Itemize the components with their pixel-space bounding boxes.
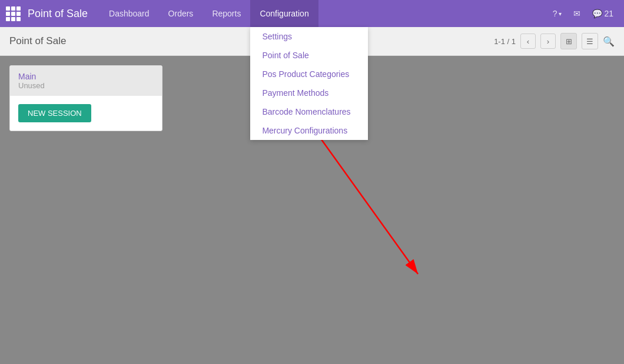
grid-view-icon: ⊞	[566, 37, 572, 46]
dropdown-item-pos-product-categories[interactable]: Pos Product Categories	[250, 65, 368, 84]
chat-count: 21	[604, 9, 613, 18]
search-button[interactable]: 🔍	[603, 36, 615, 47]
navbar-right: ? ▾ ✉ 💬 21	[548, 0, 618, 27]
dropdown-item-settings[interactable]: Settings	[250, 27, 368, 46]
help-icon: ?	[553, 9, 557, 18]
nav-item-dashboard[interactable]: Dashboard	[99, 0, 159, 27]
nav-item-reports[interactable]: Reports	[203, 0, 250, 27]
pagination-next-button[interactable]: ›	[540, 34, 556, 49]
pos-card-body: NEW SESSION	[10, 96, 162, 131]
chat-button[interactable]: 💬 21	[588, 0, 618, 27]
app-title: Point of Sale	[28, 8, 88, 20]
pagination-prev-button[interactable]: ‹	[520, 34, 536, 49]
navbar: Point of Sale Dashboard Orders Reports C…	[0, 0, 624, 27]
nav-menu: Dashboard Orders Reports Configuration S…	[99, 0, 318, 27]
nav-item-orders[interactable]: Orders	[159, 0, 203, 27]
help-chevron: ▾	[559, 11, 562, 17]
grid-icon[interactable]	[6, 6, 21, 21]
help-button[interactable]: ? ▾	[548, 0, 567, 27]
dropdown-item-pos[interactable]: Point of Sale	[250, 46, 368, 65]
configuration-dropdown: Settings Point of Sale Pos Product Categ…	[250, 27, 368, 140]
list-view-icon: ☰	[586, 37, 593, 46]
breadcrumb-controls: 1-1 / 1 ‹ › ⊞ ☰ 🔍	[494, 33, 615, 49]
pagination-text: 1-1 / 1	[494, 37, 516, 46]
chat-icon: 💬	[592, 9, 602, 18]
mail-icon: ✉	[573, 9, 580, 18]
pos-card: Main Unused NEW SESSION	[9, 65, 162, 131]
list-view-button[interactable]: ☰	[582, 33, 598, 49]
pos-card-name: Main	[18, 72, 154, 81]
pos-card-status: Unused	[18, 81, 154, 90]
mail-button[interactable]: ✉	[569, 0, 585, 27]
dropdown-item-barcode-nomenclatures[interactable]: Barcode Nomenclatures	[250, 102, 368, 121]
new-session-button[interactable]: NEW SESSION	[18, 104, 91, 122]
nav-item-configuration[interactable]: Configuration Settings Point of Sale Pos…	[250, 0, 318, 27]
navbar-left: Point of Sale	[6, 6, 99, 21]
page-title: Point of Sale	[9, 35, 66, 47]
dropdown-item-mercury-configurations[interactable]: Mercury Configurations	[250, 121, 368, 140]
pos-card-header: Main Unused	[10, 66, 162, 96]
dropdown-item-payment-methods[interactable]: Payment Methods	[250, 84, 368, 102]
grid-view-button[interactable]: ⊞	[560, 33, 577, 49]
